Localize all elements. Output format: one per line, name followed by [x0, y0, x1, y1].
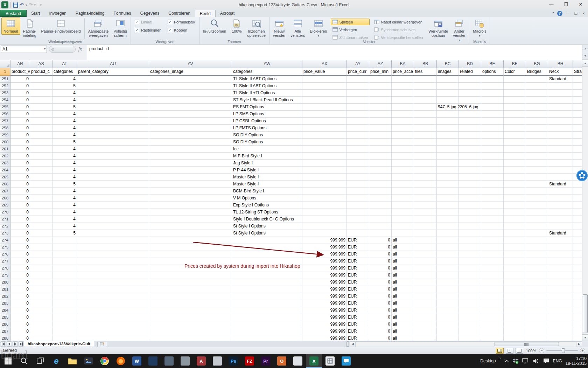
cell-as287[interactable] [30, 328, 52, 335]
rasterlijnen-checkbox[interactable]: ✓Rasterlijnen [135, 28, 161, 32]
tab-controleren[interactable]: Controleren [164, 10, 195, 17]
cell-ay255[interactable] [347, 104, 369, 111]
cell-ar266[interactable]: 0 [10, 181, 30, 188]
cell-bd283[interactable] [459, 300, 481, 307]
aangepaste-weergaven-button[interactable]: Aangepasteweergaven [86, 18, 111, 39]
cell-bc260[interactable] [437, 139, 459, 146]
cell-bb281[interactable] [414, 286, 437, 293]
cell-as275[interactable] [30, 244, 52, 251]
cell-bc273[interactable] [437, 230, 459, 237]
cell-as265[interactable] [30, 174, 52, 181]
cell-az285[interactable]: 0 [369, 314, 392, 321]
page-break-view-button[interactable] [516, 348, 523, 354]
cell-av268[interactable] [149, 195, 232, 202]
cell-ay281[interactable]: EUR [347, 286, 369, 293]
cell-at266[interactable]: 5 [52, 181, 77, 188]
column-header-at[interactable]: AT [52, 60, 77, 68]
cell-au255[interactable] [77, 104, 149, 111]
cell-bi255[interactable] [573, 104, 582, 111]
cell-aw274[interactable] [232, 237, 302, 244]
tray-expand-icon[interactable] [505, 360, 509, 362]
cell-as267[interactable] [30, 188, 52, 195]
cell-aw286[interactable] [232, 321, 302, 328]
cell-bf262[interactable] [504, 153, 526, 160]
inzoomen-op-selectie-button[interactable]: Inzoomenop selectie [245, 18, 268, 39]
cell-bi267[interactable] [573, 188, 582, 195]
column-header-bh[interactable]: BH [548, 60, 573, 68]
cell-bi282[interactable] [573, 293, 582, 300]
cell-av273[interactable] [149, 230, 232, 237]
cell-ba280[interactable]: all [392, 279, 414, 286]
cell-bi281[interactable] [573, 286, 582, 293]
cell-aw255[interactable]: ES FMT Options [232, 104, 302, 111]
cell-av254[interactable] [149, 97, 232, 104]
cell-az264[interactable] [369, 167, 392, 174]
cell-at275[interactable] [52, 244, 77, 251]
cell-ba257[interactable] [392, 118, 414, 125]
cell-au282[interactable] [77, 293, 149, 300]
cell-az259[interactable] [369, 132, 392, 139]
cell-ba263[interactable] [392, 160, 414, 167]
filezilla-icon[interactable]: FZ [241, 354, 258, 368]
cell-ay280[interactable]: EUR [347, 279, 369, 286]
cell-be266[interactable] [481, 181, 504, 188]
app-icon-3[interactable] [177, 354, 193, 368]
cell-ar286[interactable]: 0 [10, 321, 30, 328]
cell-bc269[interactable] [437, 202, 459, 209]
cell-bc287[interactable] [437, 328, 459, 335]
row-header-283[interactable]: 283 [0, 300, 10, 307]
cell-be253[interactable] [481, 90, 504, 97]
cell-at258[interactable]: 4 [52, 125, 77, 132]
dropbox-tray-icon[interactable] [512, 358, 519, 364]
cell-az265[interactable] [369, 174, 392, 181]
cell-bc274[interactable] [437, 237, 459, 244]
cell-au267[interactable] [77, 188, 149, 195]
zoom-out-button[interactable]: − [539, 348, 544, 353]
cell-bc256[interactable] [437, 111, 459, 118]
cell-bh260[interactable] [548, 139, 573, 146]
cell-bh251[interactable]: Standard [548, 76, 573, 83]
cell-bh259[interactable] [548, 132, 573, 139]
cell-bd260[interactable] [459, 139, 481, 146]
row-header-286[interactable]: 286 [0, 321, 10, 328]
cell-ar253[interactable]: 0 [10, 90, 30, 97]
cell-au251[interactable] [77, 76, 149, 83]
cell-av257[interactable] [149, 118, 232, 125]
cell-bf264[interactable] [504, 167, 526, 174]
row-header-285[interactable]: 285 [0, 314, 10, 321]
cell-ar258[interactable]: 0 [10, 125, 30, 132]
cell-az262[interactable] [369, 153, 392, 160]
cell-au272[interactable] [77, 223, 149, 230]
cell-bi258[interactable] [573, 125, 582, 132]
cell-bg284[interactable] [526, 307, 548, 314]
cell-ba256[interactable] [392, 111, 414, 118]
cell-bi269[interactable] [573, 202, 582, 209]
cell-ay272[interactable] [347, 223, 369, 230]
cell-bb263[interactable] [414, 160, 437, 167]
cell-bb270[interactable] [414, 209, 437, 216]
floating-widget-icon[interactable] [576, 170, 588, 182]
row-header-267[interactable]: 267 [0, 188, 10, 195]
edge-icon[interactable]: e [48, 354, 64, 368]
header-cell-ay[interactable]: price_curr [347, 68, 369, 76]
redo-icon[interactable]: ↷ [28, 1, 33, 8]
cell-at282[interactable] [52, 293, 77, 300]
cell-ba259[interactable] [392, 132, 414, 139]
cell-as279[interactable] [30, 272, 52, 279]
app-icon-1[interactable] [145, 354, 161, 368]
cell-bb265[interactable] [414, 174, 437, 181]
cell-av262[interactable] [149, 153, 232, 160]
workbook-minimize-icon[interactable]: — [565, 12, 571, 15]
cell-as286[interactable] [30, 321, 52, 328]
cell-ar271[interactable]: 0 [10, 216, 30, 223]
cell-ay265[interactable] [347, 174, 369, 181]
cell-bb253[interactable] [414, 90, 437, 97]
cell-at278[interactable] [52, 265, 77, 272]
cell-bi252[interactable] [573, 83, 582, 90]
excel-app-icon[interactable]: X [1, 1, 8, 8]
row-header-288[interactable]: 288 [0, 335, 10, 341]
column-header-ay[interactable]: AY [347, 60, 369, 68]
cell-ax272[interactable] [302, 223, 347, 230]
cell-bb271[interactable] [414, 216, 437, 223]
horizontal-scrollbar[interactable]: ◀ ▶ [350, 341, 582, 347]
